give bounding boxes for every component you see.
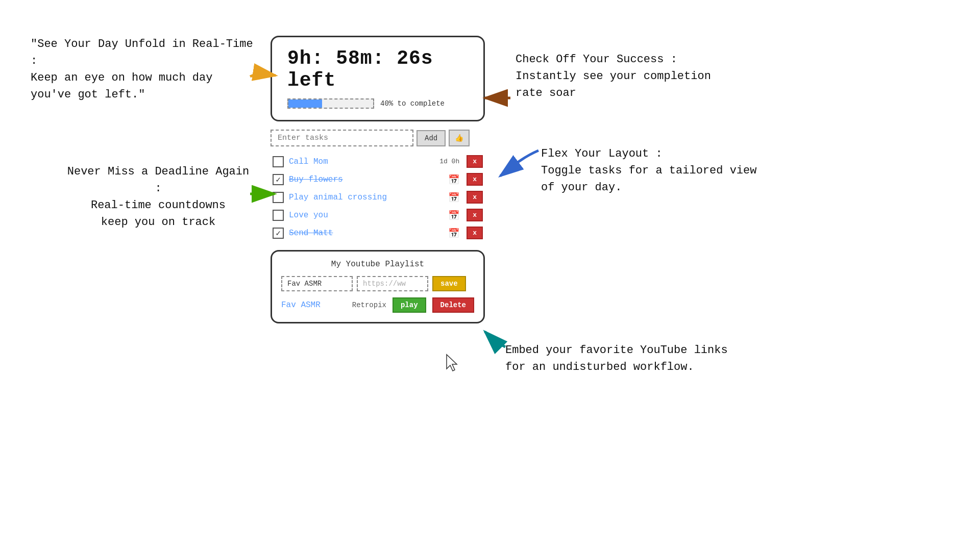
task-checkbox-2[interactable] (273, 174, 284, 185)
yt-url-input[interactable] (357, 276, 428, 291)
yt-item-label: Fav ASMR (281, 300, 346, 310)
calendar-icon-3: 📅 (448, 192, 459, 203)
mouse-cursor (447, 355, 457, 371)
annotation-right-top: Check Off Your Success :Instantly see yo… (516, 51, 740, 102)
progress-bar-outer (287, 98, 374, 109)
youtube-input-row: save (281, 276, 474, 291)
svg-marker-5 (447, 355, 457, 371)
annotation-left-bottom: Never Miss a Deadline Again:Real-time co… (61, 163, 255, 231)
calendar-icon-5: 📅 (448, 228, 459, 239)
yt-save-button[interactable]: save (432, 276, 466, 291)
task-delete-button-3[interactable]: x (467, 191, 483, 204)
task-label-5: Send Matt (289, 229, 443, 238)
task-label-4: Love you (289, 211, 443, 220)
task-label-2: Buy flowers (289, 175, 443, 184)
yt-name-input[interactable] (281, 276, 353, 291)
task-delete-button-1[interactable]: x (467, 155, 483, 168)
task-deadline-1: 1d 0h (439, 158, 459, 165)
task-delete-button-2[interactable]: x (467, 173, 483, 186)
youtube-title: My Youtube Playlist (281, 260, 474, 269)
task-label-1: Call Mom (289, 157, 434, 166)
yt-play-button[interactable]: play (393, 297, 426, 313)
table-row: Play animal crossing 📅 x (271, 188, 485, 206)
task-list: Call Mom 1d 0h x Buy flowers 📅 x Play an… (271, 153, 485, 242)
task-delete-button-4[interactable]: x (467, 209, 483, 221)
task-checkbox-3[interactable] (273, 192, 284, 203)
yt-delete-button[interactable]: Delete (432, 297, 474, 313)
annotation-right-middle: Flex Your Layout :Toggle tasks for a tai… (541, 145, 786, 196)
task-checkbox-4[interactable] (273, 210, 284, 221)
annotation-right-bottom: Embed your favorite YouTube linksfor an … (505, 342, 761, 375)
progress-row: 40% to complete (287, 98, 468, 109)
task-label-3: Play animal crossing (289, 193, 443, 202)
table-row: Buy flowers 📅 x (271, 170, 485, 188)
add-button[interactable]: Add (416, 130, 446, 146)
table-row: Call Mom 1d 0h x (271, 153, 485, 170)
center-panel: 9h: 58m: 26s left 40% to complete Add 👍 … (271, 36, 485, 323)
task-delete-button-5[interactable]: x (467, 227, 483, 239)
progress-bar-inner (288, 99, 322, 108)
task-checkbox-1[interactable] (273, 156, 284, 167)
youtube-item-row: Fav ASMR Retropix play Delete (281, 297, 474, 313)
task-input-row: Add 👍 (271, 130, 485, 146)
youtube-box: My Youtube Playlist save Fav ASMR Retrop… (271, 250, 485, 323)
table-row: Love you 📅 x (271, 206, 485, 224)
task-input[interactable] (271, 130, 413, 146)
yt-item-name: Retropix (352, 301, 386, 309)
calendar-icon-4: 📅 (448, 210, 459, 221)
task-checkbox-5[interactable] (273, 228, 284, 239)
table-row: Send Matt 📅 x (271, 224, 485, 242)
calendar-icon-2: 📅 (448, 174, 459, 185)
progress-label: 40% to complete (380, 99, 445, 108)
timer-display: 9h: 58m: 26s left (287, 47, 468, 91)
timer-box: 9h: 58m: 26s left 40% to complete (271, 36, 485, 121)
annotation-left-top: "See Your Day Unfold in Real-Time:Keep a… (31, 36, 265, 103)
thumb-button[interactable]: 👍 (449, 130, 470, 146)
